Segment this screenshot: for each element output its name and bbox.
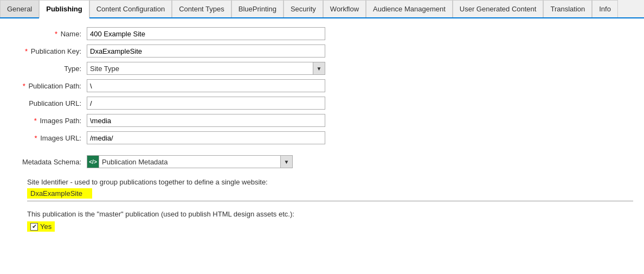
metadata-select-wrapper: </> Publication Metadata ▼ <box>87 155 293 168</box>
publication-key-row: * Publication Key: <box>11 44 633 58</box>
main-content: * Name: * Publication Key: Type: Site Ty… <box>0 18 644 240</box>
name-label-text: Name: <box>61 30 81 38</box>
publication-path-row: * Publication Path: <box>11 79 633 92</box>
publication-key-required-star: * <box>25 47 28 55</box>
master-publication-description: This publication is the "master" publica… <box>27 210 633 218</box>
publication-path-required-star: * <box>23 82 25 90</box>
tab-info[interactable]: Info <box>592 0 618 17</box>
site-identifier-description: Site Identifier - used to group publicat… <box>27 178 633 186</box>
images-url-required-star: * <box>34 134 37 142</box>
type-chevron-icon: ▼ <box>317 66 322 72</box>
name-input[interactable] <box>87 27 325 40</box>
tab-publishing[interactable]: Publishing <box>39 0 89 18</box>
publication-path-label-text: Publication Path: <box>28 82 81 90</box>
metadata-schema-icon: </> <box>87 156 99 168</box>
images-path-input[interactable] <box>87 114 325 127</box>
metadata-select-value: Publication Metadata <box>99 156 280 168</box>
name-required-star: * <box>55 30 57 38</box>
tab-content-types[interactable]: Content Types <box>172 0 231 17</box>
images-url-input[interactable] <box>87 131 325 144</box>
publication-key-label-text: Publication Key: <box>31 47 81 55</box>
publication-url-row: Publication URL: <box>11 97 633 110</box>
checkbox-check-icon: ✔ <box>32 223 37 230</box>
publication-path-input[interactable] <box>87 79 325 92</box>
tab-security[interactable]: Security <box>284 0 323 17</box>
publication-url-label: Publication URL: <box>11 99 87 107</box>
publication-key-input[interactable] <box>87 44 325 58</box>
site-identifier-section: Site Identifier - used to group publicat… <box>11 178 633 201</box>
type-select-value: Site Type <box>87 63 313 74</box>
site-identifier-value: DxaExampleSite <box>27 188 92 199</box>
metadata-row: Metadata Schema: </> Publication Metadat… <box>11 155 633 168</box>
type-label: Type: <box>11 65 87 73</box>
publication-key-label: * Publication Key: <box>11 47 87 55</box>
metadata-label: Metadata Schema: <box>11 158 87 166</box>
master-publication-value: ✔ Yes <box>27 221 55 232</box>
tab-content-configuration[interactable]: Content Configuration <box>89 0 172 17</box>
images-path-label: * Images Path: <box>11 117 87 125</box>
name-label: * Name: <box>11 30 87 38</box>
master-publication-section: This publication is the "master" publica… <box>11 210 633 232</box>
tab-user-generated-content[interactable]: User Generated Content <box>453 0 544 17</box>
images-url-label-text: Images URL: <box>40 134 81 142</box>
site-identifier-underline <box>27 201 633 201</box>
tab-bar: GeneralPublishingContent ConfigurationCo… <box>0 0 644 18</box>
type-select-wrapper: Site Type ▼ <box>87 62 325 75</box>
tab-blueprinting[interactable]: BluePrinting <box>231 0 284 17</box>
type-row: Type: Site Type ▼ <box>11 62 633 75</box>
master-publication-yes-label: Yes <box>40 222 51 231</box>
images-url-row: * Images URL: <box>11 131 633 144</box>
type-select-button[interactable]: ▼ <box>313 62 325 74</box>
publication-url-label-text: Publication URL: <box>29 99 81 107</box>
master-publication-checkbox[interactable]: ✔ <box>30 223 38 231</box>
images-path-label-text: Images Path: <box>40 117 81 125</box>
type-label-text: Type: <box>64 65 81 73</box>
tab-general[interactable]: General <box>0 0 39 17</box>
metadata-icon-text: </> <box>89 159 96 165</box>
name-row: * Name: <box>11 27 633 40</box>
metadata-select-button[interactable]: ▼ <box>280 156 292 168</box>
metadata-chevron-icon: ▼ <box>284 159 289 165</box>
tab-workflow[interactable]: Workflow <box>323 0 366 17</box>
publication-path-label: * Publication Path: <box>11 82 87 90</box>
images-path-required-star: * <box>34 117 37 125</box>
publication-url-input[interactable] <box>87 97 325 110</box>
metadata-section: Metadata Schema: </> Publication Metadat… <box>11 155 633 168</box>
tab-translation[interactable]: Translation <box>543 0 592 17</box>
tab-audience-management[interactable]: Audience Management <box>366 0 453 17</box>
images-url-label: * Images URL: <box>11 134 87 142</box>
images-path-row: * Images Path: <box>11 114 633 127</box>
